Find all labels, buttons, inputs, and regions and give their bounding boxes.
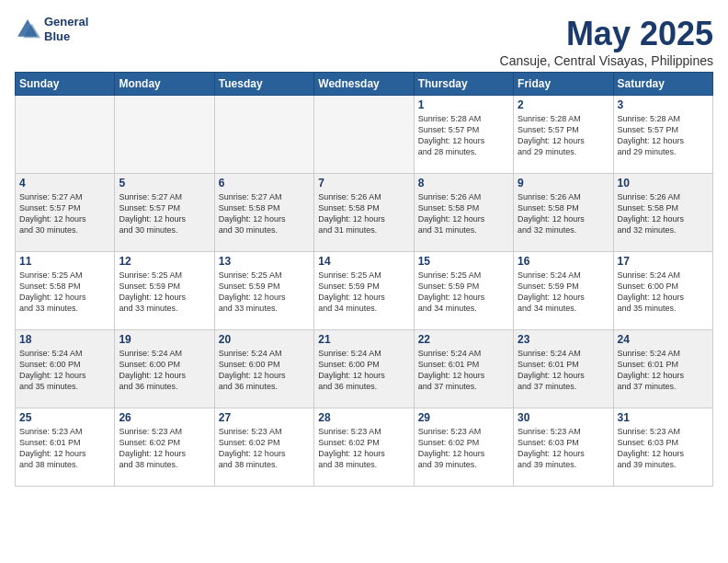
cell-info: Sunrise: 5:26 AM Sunset: 5:58 PM Dayligh… bbox=[318, 191, 409, 236]
day-number: 16 bbox=[518, 255, 609, 268]
cell-info: Sunrise: 5:23 AM Sunset: 6:02 PM Dayligh… bbox=[318, 426, 409, 471]
day-number: 22 bbox=[418, 333, 509, 346]
day-header-sunday: Sunday bbox=[16, 73, 115, 96]
cell-info: Sunrise: 5:25 AM Sunset: 5:59 PM Dayligh… bbox=[318, 270, 409, 315]
cell-info: Sunrise: 5:28 AM Sunset: 5:57 PM Dayligh… bbox=[418, 113, 509, 158]
day-number: 6 bbox=[219, 177, 310, 190]
calendar-cell: 28Sunrise: 5:23 AM Sunset: 6:02 PM Dayli… bbox=[314, 408, 414, 487]
cell-info: Sunrise: 5:27 AM Sunset: 5:58 PM Dayligh… bbox=[219, 191, 310, 236]
cell-info: Sunrise: 5:24 AM Sunset: 6:00 PM Dayligh… bbox=[19, 348, 110, 393]
calendar-week-row: 4Sunrise: 5:27 AM Sunset: 5:57 PM Daylig… bbox=[16, 174, 713, 252]
cell-info: Sunrise: 5:23 AM Sunset: 6:03 PM Dayligh… bbox=[618, 426, 709, 471]
cell-info: Sunrise: 5:24 AM Sunset: 5:59 PM Dayligh… bbox=[518, 270, 609, 315]
day-number: 27 bbox=[219, 411, 310, 424]
day-number: 9 bbox=[518, 177, 609, 190]
cell-info: Sunrise: 5:27 AM Sunset: 5:57 PM Dayligh… bbox=[19, 191, 110, 236]
calendar-cell: 25Sunrise: 5:23 AM Sunset: 6:01 PM Dayli… bbox=[16, 408, 115, 487]
day-number: 1 bbox=[418, 98, 509, 111]
calendar-cell: 14Sunrise: 5:25 AM Sunset: 5:59 PM Dayli… bbox=[314, 252, 414, 330]
day-header-friday: Friday bbox=[514, 73, 613, 96]
cell-info: Sunrise: 5:23 AM Sunset: 6:02 PM Dayligh… bbox=[219, 426, 310, 471]
logo-text: General Blue bbox=[44, 15, 88, 43]
cell-info: Sunrise: 5:25 AM Sunset: 5:59 PM Dayligh… bbox=[219, 270, 310, 315]
calendar-cell: 30Sunrise: 5:23 AM Sunset: 6:03 PM Dayli… bbox=[514, 408, 613, 487]
logo-icon bbox=[15, 17, 40, 42]
title-block: May 2025 Cansuje, Central Visayas, Phili… bbox=[500, 15, 713, 68]
calendar-week-row: 1Sunrise: 5:28 AM Sunset: 5:57 PM Daylig… bbox=[16, 96, 713, 174]
day-number: 10 bbox=[618, 177, 709, 190]
cell-info: Sunrise: 5:28 AM Sunset: 5:57 PM Dayligh… bbox=[518, 113, 609, 158]
calendar-cell: 27Sunrise: 5:23 AM Sunset: 6:02 PM Dayli… bbox=[214, 408, 313, 487]
calendar-cell: 9Sunrise: 5:26 AM Sunset: 5:58 PM Daylig… bbox=[514, 174, 613, 252]
calendar-cell: 17Sunrise: 5:24 AM Sunset: 6:00 PM Dayli… bbox=[613, 252, 712, 330]
day-number: 5 bbox=[119, 177, 210, 190]
day-number: 17 bbox=[618, 255, 709, 268]
calendar-cell: 19Sunrise: 5:24 AM Sunset: 6:00 PM Dayli… bbox=[115, 330, 214, 408]
calendar-subtitle: Cansuje, Central Visayas, Philippines bbox=[500, 53, 713, 68]
calendar-cell: 23Sunrise: 5:24 AM Sunset: 6:01 PM Dayli… bbox=[514, 330, 613, 408]
calendar-cell: 18Sunrise: 5:24 AM Sunset: 6:00 PM Dayli… bbox=[16, 330, 115, 408]
calendar-header-row: SundayMondayTuesdayWednesdayThursdayFrid… bbox=[16, 73, 713, 96]
calendar-cell bbox=[16, 96, 115, 174]
calendar-cell: 26Sunrise: 5:23 AM Sunset: 6:02 PM Dayli… bbox=[115, 408, 214, 487]
calendar-body: 1Sunrise: 5:28 AM Sunset: 5:57 PM Daylig… bbox=[16, 96, 713, 487]
day-header-saturday: Saturday bbox=[613, 73, 712, 96]
day-number: 23 bbox=[518, 333, 609, 346]
calendar-cell: 12Sunrise: 5:25 AM Sunset: 5:59 PM Dayli… bbox=[115, 252, 214, 330]
calendar-cell: 22Sunrise: 5:24 AM Sunset: 6:01 PM Dayli… bbox=[414, 330, 513, 408]
calendar-cell: 29Sunrise: 5:23 AM Sunset: 6:02 PM Dayli… bbox=[414, 408, 513, 487]
calendar-cell: 15Sunrise: 5:25 AM Sunset: 5:59 PM Dayli… bbox=[414, 252, 513, 330]
page-header: General Blue May 2025 Cansuje, Central V… bbox=[15, 15, 713, 68]
day-header-thursday: Thursday bbox=[414, 73, 513, 96]
day-number: 24 bbox=[618, 333, 709, 346]
calendar-cell: 3Sunrise: 5:28 AM Sunset: 5:57 PM Daylig… bbox=[613, 96, 712, 174]
day-number: 2 bbox=[518, 98, 609, 111]
cell-info: Sunrise: 5:26 AM Sunset: 5:58 PM Dayligh… bbox=[518, 191, 609, 236]
calendar-week-row: 11Sunrise: 5:25 AM Sunset: 5:58 PM Dayli… bbox=[16, 252, 713, 330]
cell-info: Sunrise: 5:25 AM Sunset: 5:59 PM Dayligh… bbox=[418, 270, 509, 315]
cell-info: Sunrise: 5:25 AM Sunset: 5:59 PM Dayligh… bbox=[119, 270, 210, 315]
day-number: 18 bbox=[19, 333, 110, 346]
cell-info: Sunrise: 5:24 AM Sunset: 6:00 PM Dayligh… bbox=[318, 348, 409, 393]
cell-info: Sunrise: 5:26 AM Sunset: 5:58 PM Dayligh… bbox=[618, 191, 709, 236]
calendar-cell: 31Sunrise: 5:23 AM Sunset: 6:03 PM Dayli… bbox=[613, 408, 712, 487]
cell-info: Sunrise: 5:24 AM Sunset: 6:01 PM Dayligh… bbox=[518, 348, 609, 393]
logo: General Blue bbox=[15, 15, 88, 43]
calendar-table: SundayMondayTuesdayWednesdayThursdayFrid… bbox=[15, 72, 713, 487]
day-number: 8 bbox=[418, 177, 509, 190]
cell-info: Sunrise: 5:24 AM Sunset: 6:01 PM Dayligh… bbox=[418, 348, 509, 393]
cell-info: Sunrise: 5:24 AM Sunset: 6:00 PM Dayligh… bbox=[618, 270, 709, 315]
cell-info: Sunrise: 5:23 AM Sunset: 6:01 PM Dayligh… bbox=[19, 426, 110, 471]
day-number: 13 bbox=[219, 255, 310, 268]
calendar-cell: 13Sunrise: 5:25 AM Sunset: 5:59 PM Dayli… bbox=[214, 252, 313, 330]
day-number: 26 bbox=[119, 411, 210, 424]
day-number: 11 bbox=[19, 255, 110, 268]
day-number: 7 bbox=[318, 177, 409, 190]
day-number: 28 bbox=[318, 411, 409, 424]
day-number: 31 bbox=[618, 411, 709, 424]
calendar-cell bbox=[214, 96, 313, 174]
cell-info: Sunrise: 5:28 AM Sunset: 5:57 PM Dayligh… bbox=[618, 113, 709, 158]
calendar-cell: 4Sunrise: 5:27 AM Sunset: 5:57 PM Daylig… bbox=[16, 174, 115, 252]
cell-info: Sunrise: 5:27 AM Sunset: 5:57 PM Dayligh… bbox=[119, 191, 210, 236]
cell-info: Sunrise: 5:25 AM Sunset: 5:58 PM Dayligh… bbox=[19, 270, 110, 315]
cell-info: Sunrise: 5:24 AM Sunset: 6:01 PM Dayligh… bbox=[618, 348, 709, 393]
day-header-wednesday: Wednesday bbox=[314, 73, 414, 96]
day-number: 30 bbox=[518, 411, 609, 424]
day-number: 15 bbox=[418, 255, 509, 268]
day-number: 14 bbox=[318, 255, 409, 268]
cell-info: Sunrise: 5:23 AM Sunset: 6:02 PM Dayligh… bbox=[418, 426, 509, 471]
calendar-week-row: 25Sunrise: 5:23 AM Sunset: 6:01 PM Dayli… bbox=[16, 408, 713, 487]
calendar-cell: 21Sunrise: 5:24 AM Sunset: 6:00 PM Dayli… bbox=[314, 330, 414, 408]
calendar-cell: 24Sunrise: 5:24 AM Sunset: 6:01 PM Dayli… bbox=[613, 330, 712, 408]
cell-info: Sunrise: 5:24 AM Sunset: 6:00 PM Dayligh… bbox=[219, 348, 310, 393]
day-number: 12 bbox=[119, 255, 210, 268]
cell-info: Sunrise: 5:23 AM Sunset: 6:03 PM Dayligh… bbox=[518, 426, 609, 471]
day-header-tuesday: Tuesday bbox=[214, 73, 313, 96]
day-number: 3 bbox=[618, 98, 709, 111]
calendar-cell: 2Sunrise: 5:28 AM Sunset: 5:57 PM Daylig… bbox=[514, 96, 613, 174]
calendar-cell: 5Sunrise: 5:27 AM Sunset: 5:57 PM Daylig… bbox=[115, 174, 214, 252]
calendar-cell: 16Sunrise: 5:24 AM Sunset: 5:59 PM Dayli… bbox=[514, 252, 613, 330]
day-header-monday: Monday bbox=[115, 73, 214, 96]
day-number: 25 bbox=[19, 411, 110, 424]
